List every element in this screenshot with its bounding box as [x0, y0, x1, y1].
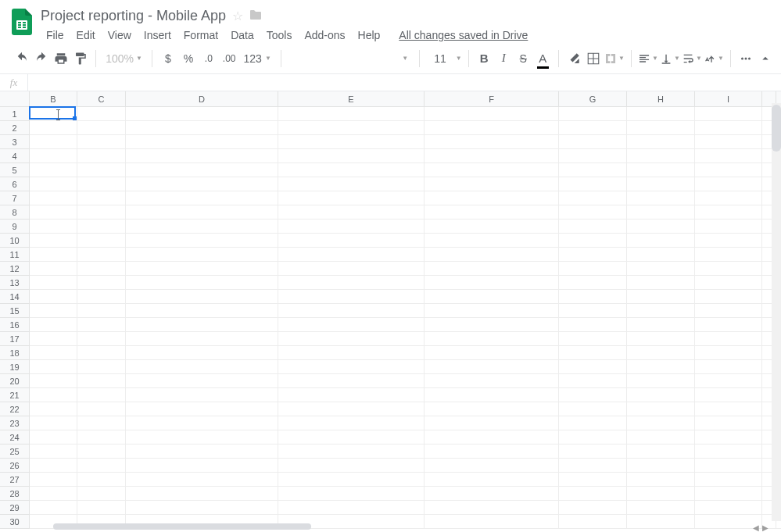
cell[interactable] — [278, 205, 425, 219]
cell[interactable] — [695, 107, 762, 120]
sheets-logo[interactable] — [6, 6, 38, 37]
cell[interactable] — [278, 191, 425, 205]
row-header-25[interactable]: 25 — [0, 445, 29, 459]
cell[interactable] — [30, 149, 77, 162]
cell[interactable] — [695, 346, 762, 359]
cell[interactable] — [77, 445, 126, 458]
cell[interactable] — [559, 177, 627, 191]
cell[interactable] — [627, 388, 695, 402]
cell[interactable] — [126, 473, 278, 486]
cell[interactable] — [695, 360, 762, 373]
cell[interactable] — [77, 501, 126, 514]
cell[interactable] — [77, 177, 126, 191]
cell[interactable] — [425, 290, 559, 303]
row-header-9[interactable]: 9 — [0, 220, 29, 234]
cell[interactable] — [425, 304, 559, 317]
cell[interactable] — [627, 220, 695, 233]
document-title[interactable]: Project reporting - Mobile App — [41, 8, 226, 24]
nav-left-icon[interactable]: ◀ — [753, 523, 759, 532]
cell[interactable] — [30, 121, 77, 134]
cell[interactable] — [559, 445, 627, 458]
cell[interactable] — [559, 459, 627, 472]
cell[interactable] — [627, 149, 695, 162]
cell[interactable] — [278, 473, 425, 486]
menu-data[interactable]: Data — [225, 27, 260, 43]
cell[interactable] — [77, 163, 126, 177]
cell[interactable] — [77, 107, 126, 120]
cell[interactable] — [278, 501, 425, 514]
cell[interactable] — [627, 459, 695, 472]
cell[interactable] — [30, 332, 77, 345]
cell[interactable] — [126, 248, 278, 261]
cell[interactable] — [77, 360, 126, 373]
menu-help[interactable]: Help — [353, 27, 386, 43]
cell[interactable] — [77, 191, 126, 205]
row-header-2[interactable]: 2 — [0, 121, 29, 135]
cell[interactable] — [425, 234, 559, 247]
cell[interactable] — [126, 121, 278, 134]
cell[interactable] — [126, 346, 278, 359]
cell[interactable] — [278, 121, 425, 134]
cell[interactable] — [30, 107, 77, 120]
cell[interactable] — [77, 304, 126, 317]
cell[interactable] — [627, 402, 695, 416]
col-header-D[interactable]: D — [126, 91, 278, 106]
cell[interactable] — [627, 318, 695, 331]
cell[interactable] — [627, 304, 695, 317]
horizontal-align-button[interactable]: ▼ — [638, 48, 658, 70]
italic-button[interactable]: I — [495, 48, 513, 70]
cell[interactable] — [30, 191, 77, 205]
row-header-3[interactable]: 3 — [0, 135, 29, 149]
row-header-20[interactable]: 20 — [0, 374, 29, 388]
cell[interactable] — [425, 416, 559, 430]
cell[interactable] — [627, 121, 695, 134]
col-header-B[interactable]: B — [30, 91, 77, 106]
text-rotation-button[interactable]: ▼ — [704, 48, 724, 70]
cell[interactable] — [77, 205, 126, 219]
cell[interactable] — [559, 304, 627, 317]
cell[interactable] — [278, 248, 425, 261]
cell[interactable] — [627, 276, 695, 289]
fill-color-button[interactable] — [565, 48, 583, 70]
cell[interactable] — [278, 459, 425, 472]
cell[interactable] — [559, 360, 627, 373]
cell[interactable] — [695, 290, 762, 303]
cell[interactable] — [559, 220, 627, 233]
cell[interactable] — [126, 276, 278, 289]
cell[interactable] — [278, 234, 425, 247]
cell[interactable] — [425, 445, 559, 458]
cell[interactable] — [278, 487, 425, 500]
cell[interactable] — [126, 304, 278, 317]
cell[interactable] — [425, 135, 559, 148]
formula-input[interactable] — [28, 74, 781, 91]
cell[interactable] — [425, 107, 559, 120]
cell[interactable] — [77, 220, 126, 233]
cell[interactable] — [695, 318, 762, 331]
cell[interactable] — [627, 487, 695, 500]
col-header-H[interactable]: H — [627, 91, 695, 106]
cell[interactable] — [126, 402, 278, 416]
cell[interactable] — [627, 163, 695, 177]
cell[interactable] — [126, 430, 278, 444]
cell[interactable] — [627, 191, 695, 205]
cell[interactable] — [695, 234, 762, 247]
cell[interactable] — [77, 346, 126, 359]
cell[interactable] — [126, 360, 278, 373]
text-wrap-button[interactable]: ▼ — [682, 48, 702, 70]
cell[interactable] — [77, 473, 126, 486]
cell[interactable] — [425, 459, 559, 472]
row-header-22[interactable]: 22 — [0, 402, 29, 416]
cell[interactable] — [77, 121, 126, 134]
cell[interactable] — [425, 430, 559, 444]
cell[interactable] — [425, 374, 559, 387]
font-size-input[interactable]: 11 — [426, 52, 454, 65]
cell[interactable] — [559, 149, 627, 162]
cell[interactable] — [30, 445, 77, 458]
cell[interactable] — [278, 220, 425, 233]
format-percent-button[interactable]: % — [179, 48, 198, 70]
cell[interactable] — [126, 234, 278, 247]
cell[interactable] — [695, 304, 762, 317]
row-header-16[interactable]: 16 — [0, 318, 29, 332]
cell[interactable] — [695, 402, 762, 416]
cell[interactable] — [126, 107, 278, 120]
